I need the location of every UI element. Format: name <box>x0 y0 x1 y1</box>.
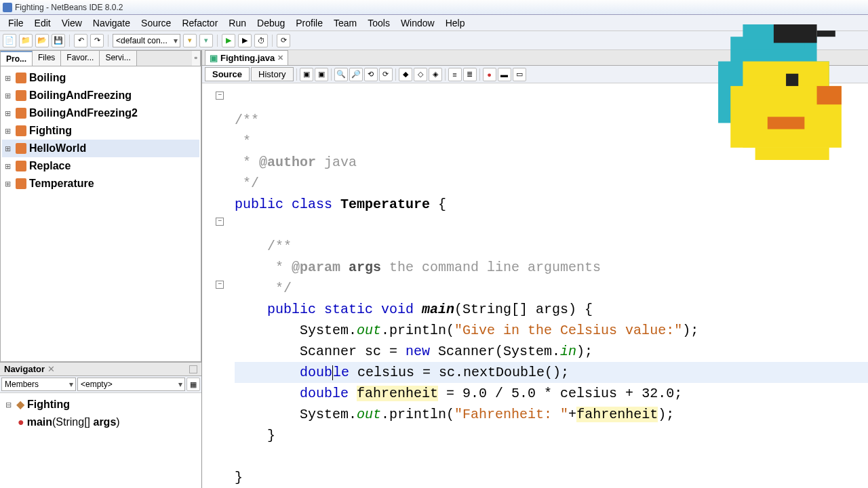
source-tab[interactable]: Source <box>205 67 250 81</box>
clean-build-button[interactable]: ▾ <box>199 34 213 47</box>
project-item[interactable]: ⊞ Fighting <box>2 122 199 140</box>
ed-btn[interactable]: ≣ <box>463 68 477 81</box>
members-combo[interactable]: Members <box>1 378 76 391</box>
menu-view[interactable]: View <box>56 16 87 30</box>
tab-favorites[interactable]: Favor... <box>61 51 100 66</box>
menu-tools[interactable]: Tools <box>362 16 395 30</box>
svg-rect-8 <box>786 74 798 86</box>
projects-tree[interactable]: ⊞ Boiling⊞ BoilingAndFreezing⊞ BoilingAn… <box>1 66 201 195</box>
new-project-button[interactable]: 📁 <box>19 34 33 47</box>
ed-btn[interactable]: ▬ <box>498 68 511 81</box>
ed-btn[interactable]: 🔍 <box>334 68 348 81</box>
new-file-button[interactable]: 📄 <box>3 34 16 47</box>
debug-button[interactable]: ▶ <box>238 34 252 47</box>
title-bar: Fighting - NetBeans IDE 8.0.2 <box>0 0 868 15</box>
navigator-tree[interactable]: ⊟◆ Fighting ● main(String[] args) <box>0 393 201 488</box>
ed-btn[interactable]: ◈ <box>429 68 442 81</box>
ed-btn[interactable]: ⟲ <box>364 68 378 81</box>
close-icon[interactable]: ✕ <box>277 54 283 62</box>
undo-button[interactable]: ↶ <box>74 34 87 47</box>
run-button[interactable]: ▶ <box>222 34 235 47</box>
ed-btn[interactable]: 🔎 <box>349 68 363 81</box>
ed-btn[interactable]: ▣ <box>300 68 313 81</box>
ed-btn[interactable]: ▭ <box>513 68 526 81</box>
svg-rect-4 <box>817 30 835 37</box>
redo-button[interactable]: ↷ <box>90 34 104 47</box>
svg-rect-9 <box>817 86 842 104</box>
ed-btn[interactable]: ◇ <box>414 68 427 81</box>
tab-files[interactable]: Files <box>33 51 61 66</box>
project-item[interactable]: ⊞ BoilingAndFreezing <box>2 87 199 104</box>
menu-profile[interactable]: Profile <box>290 16 328 30</box>
ed-btn[interactable]: ▣ <box>315 68 328 81</box>
menu-help[interactable]: Help <box>440 16 471 30</box>
tab-projects[interactable]: Pro... <box>1 51 33 66</box>
history-tab[interactable]: History <box>251 67 293 81</box>
menu-window[interactable]: Window <box>395 16 440 30</box>
svg-rect-10 <box>768 117 805 129</box>
project-item[interactable]: ⊞ Replace <box>2 157 199 175</box>
ed-btn[interactable]: ⟳ <box>379 68 393 81</box>
window-title: Fighting - NetBeans IDE 8.0.2 <box>15 3 123 12</box>
tab-services[interactable]: Servi... <box>100 51 136 66</box>
ed-btn[interactable]: ● <box>483 68 496 81</box>
minimize-icon[interactable]: ▫ <box>192 51 201 66</box>
fold-icon[interactable]: − <box>216 218 224 226</box>
config-combo[interactable]: <default con... <box>113 34 180 47</box>
menu-source[interactable]: Source <box>136 16 176 30</box>
svg-rect-3 <box>774 24 817 43</box>
menu-edit[interactable]: Edit <box>29 16 56 30</box>
open-button[interactable]: 📂 <box>35 34 49 47</box>
menu-file[interactable]: File <box>3 16 29 30</box>
svg-rect-7 <box>755 148 829 160</box>
ed-btn[interactable]: ≡ <box>448 68 462 81</box>
projects-tabrow: Pro... Files Favor... Servi... ▫ <box>1 51 201 66</box>
project-item[interactable]: ⊞ Temperature <box>2 175 199 192</box>
minimize-icon[interactable] <box>189 365 197 373</box>
fold-icon[interactable]: − <box>216 281 224 289</box>
menu-refactor[interactable]: Refactor <box>176 16 223 30</box>
project-item[interactable]: ⊞ HelloWorld <box>2 140 199 157</box>
menu-run[interactable]: Run <box>223 16 252 30</box>
menu-debug[interactable]: Debug <box>252 16 290 30</box>
nav-settings-icon[interactable]: ▦ <box>186 378 200 391</box>
attach-button[interactable]: ⟳ <box>277 34 290 47</box>
save-all-button[interactable]: 💾 <box>52 34 65 47</box>
menu-navigate[interactable]: Navigate <box>87 16 136 30</box>
duck-logo-icon <box>705 24 854 160</box>
navigator-header: Navigator ✕ <box>0 362 201 376</box>
project-item[interactable]: ⊞ Boiling <box>2 69 199 87</box>
menu-team[interactable]: Team <box>328 16 362 30</box>
filter-combo[interactable]: <empty> <box>77 378 185 391</box>
fold-icon[interactable]: − <box>216 92 224 100</box>
project-item[interactable]: ⊞ BoilingAndFreezing2 <box>2 104 199 122</box>
ed-btn[interactable]: ◆ <box>399 68 412 81</box>
build-button[interactable]: ▾ <box>183 34 197 47</box>
editor-tab-fighting[interactable]: ▣ Fighting.java ✕ <box>205 50 288 65</box>
app-icon <box>3 3 12 12</box>
profile-button[interactable]: ⏱ <box>254 34 268 47</box>
